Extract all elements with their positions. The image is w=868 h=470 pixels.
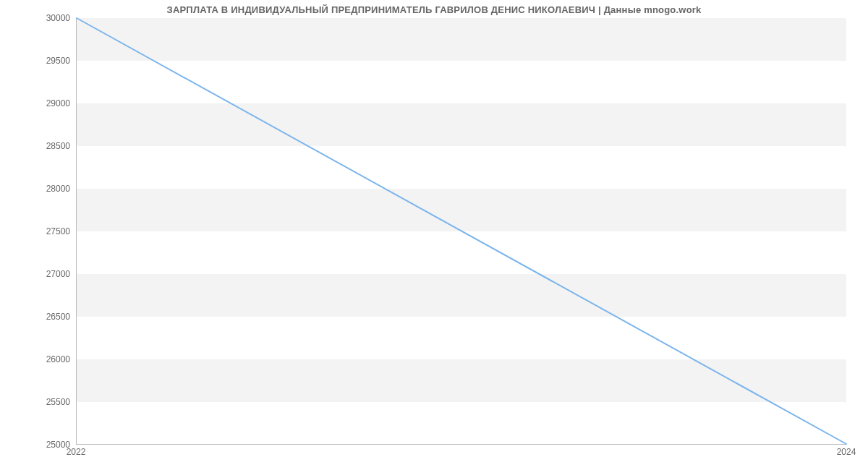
- y-axis-label: 28500: [27, 141, 70, 151]
- line-layer: [77, 18, 846, 444]
- plot-area: [76, 18, 846, 445]
- y-axis-label: 29000: [27, 98, 70, 108]
- chart-title: ЗАРПЛАТА В ИНДИВИДУАЛЬНЫЙ ПРЕДПРИНИМАТЕЛ…: [0, 4, 868, 15]
- chart-container: ЗАРПЛАТА В ИНДИВИДУАЛЬНЫЙ ПРЕДПРИНИМАТЕЛ…: [0, 0, 868, 470]
- series-line: [77, 18, 846, 444]
- y-axis-label: 26500: [27, 312, 70, 322]
- y-axis-label: 29500: [27, 56, 70, 66]
- y-axis-label: 25500: [27, 397, 70, 407]
- x-axis-label: 2022: [67, 447, 86, 457]
- y-axis-label: 26000: [27, 354, 70, 364]
- y-axis-label: 28000: [27, 184, 70, 194]
- x-axis-label: 2024: [837, 447, 856, 457]
- y-axis-label: 30000: [27, 13, 70, 23]
- y-axis-label: 25000: [27, 440, 70, 450]
- y-axis-label: 27000: [27, 269, 70, 279]
- y-axis-label: 27500: [27, 226, 70, 236]
